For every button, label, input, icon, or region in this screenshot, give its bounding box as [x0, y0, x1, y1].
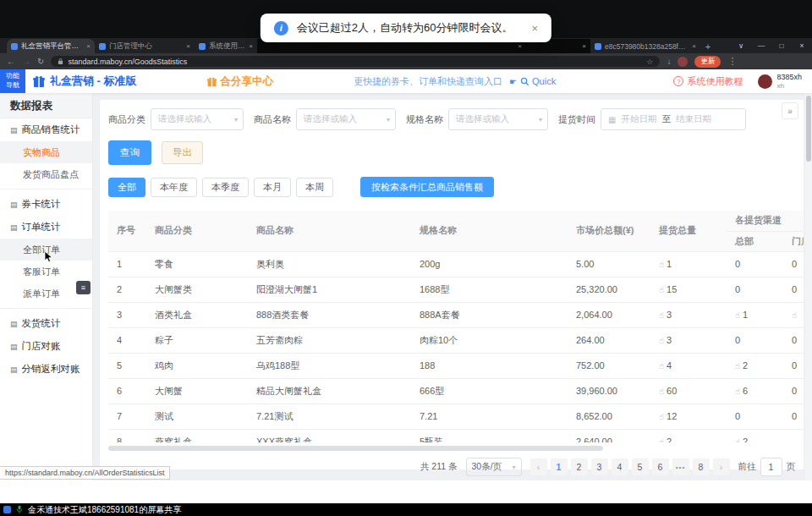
filter-bar: 商品分类 请选择或输入 ▾ 商品名称 请选择或输入 ▾ — [100, 100, 804, 134]
table-cell: ☝15 — [650, 277, 727, 302]
table-cell: 7.21测试 — [248, 403, 411, 429]
maximize-button[interactable]: □ — [771, 41, 792, 50]
back-icon[interactable]: ← — [7, 57, 15, 66]
sidebar-sub-item[interactable]: 实物商品 — [0, 141, 92, 163]
summary-button[interactable]: 按检索条件汇总商品销售额 — [360, 177, 494, 197]
sidebar-group-item[interactable]: ▤发货统计 — [0, 312, 92, 335]
count-value: 2 — [743, 436, 748, 442]
query-button[interactable]: 查询 — [108, 140, 151, 165]
pickup-count-link[interactable]: ☝3 — [659, 335, 672, 345]
browser-profile-avatar[interactable] — [678, 57, 688, 67]
browser-menu-icon[interactable]: ⋮ — [727, 56, 737, 67]
category-select[interactable]: 请选择或输入 ▾ — [151, 108, 244, 130]
bookmark-star-icon[interactable]: ☆ — [646, 58, 653, 66]
sidebar-group-item[interactable]: ▤订单统计 — [0, 216, 92, 239]
pickup-count-link[interactable]: ☝1 — [735, 310, 748, 320]
forward-icon[interactable]: → — [22, 57, 30, 66]
page-number-button[interactable]: 6 — [652, 458, 669, 475]
pickup-count-link[interactable]: ☝2 — [735, 360, 748, 371]
browser-tab[interactable]: 礼盒营销平台管理中心× — [7, 39, 95, 53]
table-cell: 0 — [783, 353, 804, 378]
chevron-down-icon: ▾ — [234, 116, 238, 124]
minimize-button[interactable]: — — [751, 41, 771, 50]
scrollbar-thumb[interactable] — [108, 446, 603, 451]
new-tab-button[interactable]: + — [700, 39, 716, 53]
table-cell: 肉粽10个 — [411, 327, 568, 353]
browser-tab[interactable]: e8c573980b1328a258fd2e6f...× — [590, 39, 700, 53]
tab-close-icon[interactable]: × — [186, 42, 190, 50]
page-number-button[interactable]: 8 — [693, 458, 710, 475]
tab-close-icon[interactable]: × — [518, 42, 522, 50]
table-cell: 6 — [108, 378, 146, 403]
prev-page-button[interactable]: ‹ — [530, 458, 547, 475]
system-tutorial-link[interactable]: ? 系统使用教程 — [673, 75, 743, 88]
sidebar-collapse-handle[interactable]: ≡ — [76, 281, 91, 294]
page-number-button[interactable]: 3 — [591, 458, 608, 475]
brand: 礼盒营销 - 标准版 — [32, 74, 137, 89]
time-filter-tab[interactable]: 本季度 — [202, 178, 249, 197]
sidebar-sub-item[interactable]: 全部订单 — [0, 239, 92, 261]
pickup-count-link[interactable]: ☝1 — [659, 259, 672, 269]
quick-search-link[interactable]: Quick — [520, 76, 556, 86]
sidebar-group-item[interactable]: ▤商品销售统计 — [0, 118, 92, 141]
table-cell — [783, 429, 804, 442]
goto-page-input[interactable] — [760, 458, 782, 476]
spec-name-select[interactable]: 请选择或输入 ▾ — [448, 108, 548, 130]
pickup-count-link[interactable]: ☝60 — [659, 386, 677, 396]
function-nav-button[interactable]: 功能 导航 — [0, 69, 25, 93]
tab-close-icon[interactable]: × — [86, 42, 91, 50]
sidebar-group-item[interactable]: ▤分销返利对账 — [0, 358, 92, 381]
time-filter-tab[interactable]: 本周 — [296, 178, 333, 197]
table-cell: 39,960.00 — [568, 378, 650, 403]
page-number-button[interactable]: 5 — [632, 458, 649, 475]
pickup-count-link[interactable]: ☝ — [792, 310, 799, 320]
tab-search-icon[interactable]: ∨ — [731, 41, 751, 50]
chrome-update-button[interactable]: 更新 — [694, 56, 721, 68]
page-scrollbar-thumb[interactable] — [806, 96, 811, 162]
pickup-count-link[interactable]: ☝4 — [659, 360, 672, 371]
expand-panel-button[interactable]: » — [782, 102, 798, 119]
table-cell: ☝12 — [650, 403, 727, 429]
sidebar-sub-item[interactable]: 客服订单 — [0, 261, 92, 283]
page-number-button[interactable]: 1 — [551, 458, 568, 475]
table-cell: 0 — [727, 327, 783, 353]
time-filter-tab[interactable]: 全部 — [108, 178, 145, 197]
next-page-button[interactable]: › — [713, 458, 730, 475]
export-button[interactable]: 导出 — [162, 141, 203, 164]
reload-icon[interactable]: ↻ — [37, 57, 44, 66]
tab-close-icon[interactable]: × — [582, 42, 586, 50]
pickup-count-link[interactable]: ☝12 — [659, 411, 677, 421]
pickup-count-link[interactable]: ☝2 — [735, 436, 748, 442]
pickup-count-link[interactable]: ☝6 — [735, 386, 748, 396]
pickup-count-link[interactable]: ☝15 — [659, 284, 677, 294]
time-filter-tab[interactable]: 本月 — [254, 178, 291, 197]
pickup-count-link[interactable]: ☝3 — [659, 310, 672, 320]
date-range-picker[interactable]: ▦ 开始日期 至 结束日期 — [601, 108, 746, 130]
horizontal-scrollbar[interactable] — [108, 446, 795, 451]
table-cell: 燕窝礼盒 — [146, 429, 248, 442]
tab-close-icon[interactable]: × — [692, 42, 696, 50]
sidebar-sub-item[interactable]: 发货商品盘点 — [0, 163, 92, 185]
toast-close-icon[interactable]: × — [532, 22, 539, 35]
table-cell: 7 — [108, 403, 146, 429]
close-window-button[interactable]: × — [792, 41, 812, 50]
product-name-select[interactable]: 请选择或输入 ▾ — [296, 108, 396, 130]
download-icon[interactable]: ↓ — [667, 57, 671, 66]
page-number-button[interactable]: 2 — [571, 458, 588, 475]
browser-tab[interactable]: 系统使用|学习× — [195, 39, 257, 53]
sidebar-group-item[interactable]: ▤券卡统计 — [0, 193, 92, 216]
browser-tab[interactable]: 门店管理中心× — [95, 39, 195, 53]
more-pages-icon[interactable]: ••• — [672, 458, 689, 475]
page-number-button[interactable]: 4 — [612, 458, 628, 475]
tab-close-icon[interactable]: × — [249, 42, 253, 50]
url-bar[interactable]: standard.maboy.cn/GoodsStatistics ☆ — [51, 56, 660, 67]
user-account[interactable]: 8385xh xh — [758, 73, 802, 91]
sidebar-group-item[interactable]: ▤门店对账 — [0, 335, 92, 358]
gift-icon — [206, 76, 217, 87]
page-scrollbar[interactable] — [805, 93, 812, 480]
pickup-count-link[interactable]: ☝2 — [659, 436, 672, 442]
page-size-select[interactable]: 30条/页 ▾ — [466, 458, 522, 476]
time-filter-tab[interactable]: 本年度 — [151, 178, 197, 197]
table-cell: 0 — [783, 378, 804, 403]
share-center-link[interactable]: 合分享中心 — [206, 74, 274, 89]
